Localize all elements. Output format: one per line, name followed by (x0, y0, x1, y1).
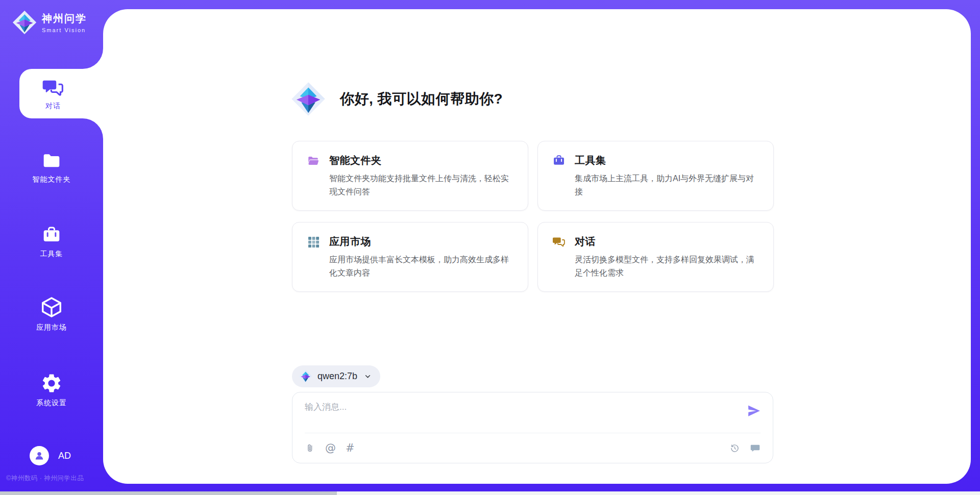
sidebar-item-label: 应用市场 (36, 323, 67, 332)
card-head: 工具集 (552, 154, 759, 167)
sidebar-item-smart-folder[interactable]: 智能文件夹 (0, 151, 103, 184)
user-avatar-icon (33, 450, 45, 462)
message-input[interactable] (305, 401, 737, 430)
card-app-market[interactable]: 应用市场 应用市场提供丰富长文本模板，助力高效生成多样化文章内容 (292, 222, 528, 292)
folder-icon (41, 151, 62, 171)
model-selector-label: qwen2:7b (317, 371, 357, 382)
copyright-text: ©神州数码 · 神州问学出品 (6, 474, 103, 483)
sidebar: 神州问学 Smart Vision 对话 智能文件夹 工具集 应用市场 系统设置 (0, 0, 103, 495)
message-composer: @ # (292, 392, 773, 463)
card-chat[interactable]: 对话 灵活切换多模型文件，支持多样回复效果调试，满足个性化需求 (537, 222, 774, 292)
chevron-down-icon (363, 372, 372, 381)
horizontal-scrollbar[interactable] (0, 491, 980, 495)
chat-bubble-icon[interactable] (750, 443, 761, 454)
sidebar-item-toolset[interactable]: 工具集 (0, 225, 103, 259)
card-title: 智能文件夹 (329, 154, 382, 167)
hash-icon[interactable]: # (346, 443, 355, 454)
card-head: 智能文件夹 (307, 154, 513, 167)
tab-scoop-bottom (83, 118, 103, 139)
gem-logo-icon (299, 369, 312, 383)
gem-logo-icon (12, 10, 37, 35)
toolbox-icon (41, 225, 62, 245)
sidebar-item-app-market[interactable]: 应用市场 (0, 295, 103, 332)
avatar (30, 446, 49, 465)
folder-open-icon (307, 154, 320, 167)
brand-text: 神州问学 Smart Vision (42, 12, 87, 33)
cube-icon (40, 295, 63, 319)
main-panel: 你好, 我可以如何帮助你? 智能文件夹 智能文件夹功能支持批量文件上传与清洗，轻… (103, 9, 971, 484)
sidebar-item-label: 系统设置 (36, 399, 67, 408)
chat-bubbles-icon (42, 77, 64, 99)
app-root: 你好, 我可以如何帮助你? 智能文件夹 智能文件夹功能支持批量文件上传与清洗，轻… (0, 0, 980, 495)
card-title: 对话 (575, 235, 596, 249)
chat-bubbles-icon (552, 235, 566, 249)
feature-cards: 智能文件夹 智能文件夹功能支持批量文件上传与清洗，轻松实现文件问答 工具集 集成… (292, 141, 774, 292)
card-title: 工具集 (575, 154, 606, 167)
tab-scoop-top (83, 48, 103, 69)
horizontal-scrollbar-thumb[interactable] (0, 491, 337, 495)
sidebar-item-label: 工具集 (40, 250, 63, 259)
brand-logo: 神州问学 Smart Vision (12, 10, 87, 35)
card-description: 智能文件夹功能支持批量文件上传与清洗，轻松实现文件问答 (329, 172, 513, 198)
paperclip-icon[interactable] (305, 443, 315, 454)
user-profile[interactable]: AD (30, 446, 71, 465)
sidebar-item-label: 对话 (45, 102, 61, 111)
at-icon[interactable]: @ (325, 443, 336, 454)
card-toolset[interactable]: 工具集 集成市场上主流工具，助力AI与外界无缝扩展与对接 (537, 141, 774, 211)
send-button[interactable] (746, 403, 762, 418)
model-selector[interactable]: qwen2:7b (292, 365, 380, 387)
composer-toolbar: @ # (305, 433, 761, 463)
greeting-title: 你好, 我可以如何帮助你? (340, 89, 503, 109)
card-title: 应用市场 (329, 235, 371, 249)
card-description: 集成市场上主流工具，助力AI与外界无缝扩展与对接 (575, 172, 759, 198)
card-head: 应用市场 (307, 235, 513, 249)
user-name: AD (58, 451, 71, 461)
sidebar-item-settings[interactable]: 系统设置 (0, 372, 103, 408)
toolbox-icon (552, 154, 566, 167)
send-icon (746, 403, 762, 418)
brand-name-en: Smart Vision (42, 27, 87, 33)
card-description: 应用市场提供丰富长文本模板，助力高效生成多样化文章内容 (329, 253, 513, 279)
gem-logo-icon (291, 82, 326, 116)
history-icon[interactable] (729, 443, 740, 454)
card-smart-folder[interactable]: 智能文件夹 智能文件夹功能支持批量文件上传与清洗，轻松实现文件问答 (292, 141, 528, 211)
card-head: 对话 (552, 235, 759, 249)
gear-icon (40, 372, 63, 394)
sidebar-item-chat[interactable]: 对话 (19, 69, 106, 118)
sidebar-item-label: 智能文件夹 (33, 175, 71, 184)
brand-name-cn: 神州问学 (42, 12, 87, 26)
card-description: 灵活切换多模型文件，支持多样回复效果调试，满足个性化需求 (575, 253, 759, 279)
grid-icon (307, 235, 320, 249)
greeting-block: 你好, 我可以如何帮助你? (291, 82, 503, 116)
